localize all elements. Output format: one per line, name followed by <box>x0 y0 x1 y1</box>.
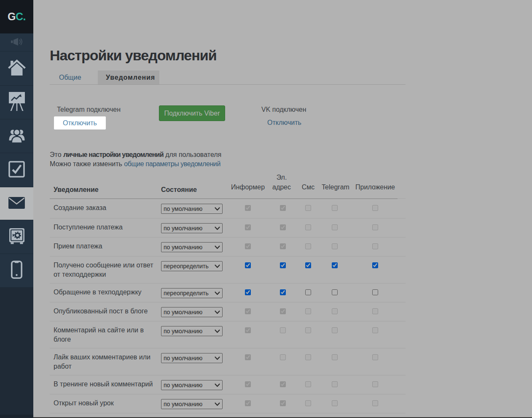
channel-checkbox <box>280 308 286 314</box>
state-select[interactable]: по умолчанию <box>161 307 223 317</box>
notification-name: Создание заказа <box>54 199 158 213</box>
sidebar-items-end-divider <box>0 287 33 288</box>
channel-checkbox <box>245 400 251 406</box>
channel-checkbox <box>305 327 311 333</box>
channel-checkbox <box>305 205 311 211</box>
state-select[interactable]: по умолчанию <box>161 380 223 390</box>
column-header-telegram: Telegram <box>322 182 349 192</box>
channel-checkbox <box>245 243 251 249</box>
state-select[interactable]: по умолчанию <box>161 326 223 336</box>
sidebar-item-mobile[interactable] <box>0 253 33 287</box>
channel-checkbox <box>332 224 338 230</box>
logo[interactable]: GC. <box>0 0 33 33</box>
notice-line1-bold: личные настройки уведомлений <box>63 151 164 158</box>
sidebar-item-tasks[interactable] <box>0 153 33 187</box>
notification-name: Прием платежа <box>54 237 158 251</box>
notification-name: Поступление платежа <box>54 218 158 232</box>
tab-notifications[interactable]: Уведомления <box>98 70 159 85</box>
notification-name: Лайк ваших комментариев или работ <box>54 348 158 371</box>
channel-checkbox[interactable] <box>305 289 311 295</box>
state-select[interactable]: по умолчанию <box>161 353 223 363</box>
users-icon <box>8 128 25 145</box>
table-header: Уведомление Состояние Информер Эл. адрес… <box>50 171 406 198</box>
table-row: Поступление платежапо умолчанию <box>50 218 406 237</box>
notification-name: Опубликованный пост в блоге <box>54 302 158 316</box>
channel-checkbox <box>305 308 311 314</box>
channel-checkbox <box>305 354 311 360</box>
table-bottom-divider <box>50 413 406 413</box>
channel-checkbox <box>305 400 311 406</box>
channel-checkbox <box>372 354 378 360</box>
telegram-disconnect-button[interactable]: Отключить <box>54 116 106 129</box>
channel-checkbox[interactable] <box>372 262 378 268</box>
state-select[interactable]: переопределить <box>161 261 223 271</box>
phone-icon <box>11 261 22 280</box>
channel-checkbox <box>245 224 251 230</box>
telegram-status-label: Telegram подключен <box>57 106 121 113</box>
notification-name: В тренинге новый комментарий <box>54 375 158 389</box>
channel-checkbox[interactable] <box>280 262 286 268</box>
channel-checkbox <box>305 243 311 249</box>
channel-checkbox <box>332 354 338 360</box>
table-row: Создание заказапо умолчанию <box>50 199 406 218</box>
sidebar: GC. <box>0 0 33 418</box>
tab-bar: Общие Уведомления <box>50 70 159 85</box>
state-select[interactable]: переопределить <box>161 288 223 298</box>
home-icon <box>8 59 26 77</box>
channel-checkbox <box>305 224 311 230</box>
notice-line1-suffix: для пользователя <box>164 151 222 158</box>
table-row: Обращение в техподдержкупереопределить <box>50 283 406 302</box>
notification-name: Открыт новый урок <box>54 394 158 408</box>
notice-line2-text: Можно также изменить <box>50 160 124 167</box>
sidebar-item-announcements[interactable] <box>0 33 33 51</box>
table-row: Лайк ваших комментариев или работпо умол… <box>50 348 406 375</box>
state-select[interactable]: по умолчанию <box>161 223 223 233</box>
state-select[interactable]: по умолчанию <box>161 399 223 409</box>
sidebar-item-payments[interactable] <box>0 220 33 253</box>
sidebar-item-messages[interactable] <box>0 187 33 220</box>
channel-checkbox <box>245 354 251 360</box>
personal-settings-notice: Это личные настройки уведомлений для пол… <box>50 150 221 169</box>
channel-checkbox <box>332 308 338 314</box>
state-select[interactable]: по умолчанию <box>161 242 223 252</box>
channel-checkbox <box>280 400 286 406</box>
table-row: Комментарий на сайте или в блогепо умолч… <box>50 321 406 348</box>
table-row: В тренинге новый комментарийпо умолчанию <box>50 375 406 394</box>
envelope-icon <box>8 197 25 210</box>
notification-name: Получено сообщение или ответ от техподде… <box>54 256 158 279</box>
page-title: Настройки уведомлений <box>50 47 217 64</box>
general-params-link[interactable]: общие параметры уведомлений <box>124 160 220 167</box>
state-select[interactable]: по умолчанию <box>161 204 223 214</box>
channel-checkbox[interactable] <box>305 262 311 268</box>
column-header-email: Эл. адрес <box>269 173 294 192</box>
channel-checkbox <box>245 381 251 387</box>
channel-checkbox[interactable] <box>332 289 338 295</box>
table-row: Опубликованный пост в блогепо умолчанию <box>50 302 406 321</box>
tab-general[interactable]: Общие <box>50 70 98 85</box>
channel-checkbox[interactable] <box>245 289 251 295</box>
channel-checkbox[interactable] <box>372 289 378 295</box>
channel-checkbox <box>245 327 251 333</box>
channel-checkbox[interactable] <box>332 262 338 268</box>
column-header-notification: Уведомление <box>54 186 99 194</box>
vk-status-label: VK подключен <box>261 106 306 113</box>
channel-checkbox <box>332 381 338 387</box>
sidebar-item-stats[interactable] <box>0 85 33 119</box>
sidebar-item-home[interactable] <box>0 51 33 85</box>
sidebar-item-users[interactable] <box>0 119 33 153</box>
channel-checkbox[interactable] <box>245 262 251 268</box>
connect-viber-button[interactable]: Подключить Viber <box>159 105 225 121</box>
channel-checkbox <box>245 205 251 211</box>
channel-checkbox <box>332 205 338 211</box>
channel-checkbox <box>245 308 251 314</box>
notification-name: Комментарий на сайте или в блоге <box>54 321 158 344</box>
channel-checkbox[interactable] <box>280 289 286 295</box>
column-header-informer: Информер <box>231 182 265 192</box>
channel-checkbox <box>372 400 378 406</box>
column-header-state: Состояние <box>161 186 197 194</box>
main-content: Настройки уведомлений Общие Уведомления … <box>33 0 532 418</box>
safe-icon <box>9 228 25 246</box>
channel-checkbox <box>372 243 378 249</box>
channel-checkbox <box>305 381 311 387</box>
vk-disconnect-link[interactable]: Отключить <box>267 119 301 127</box>
